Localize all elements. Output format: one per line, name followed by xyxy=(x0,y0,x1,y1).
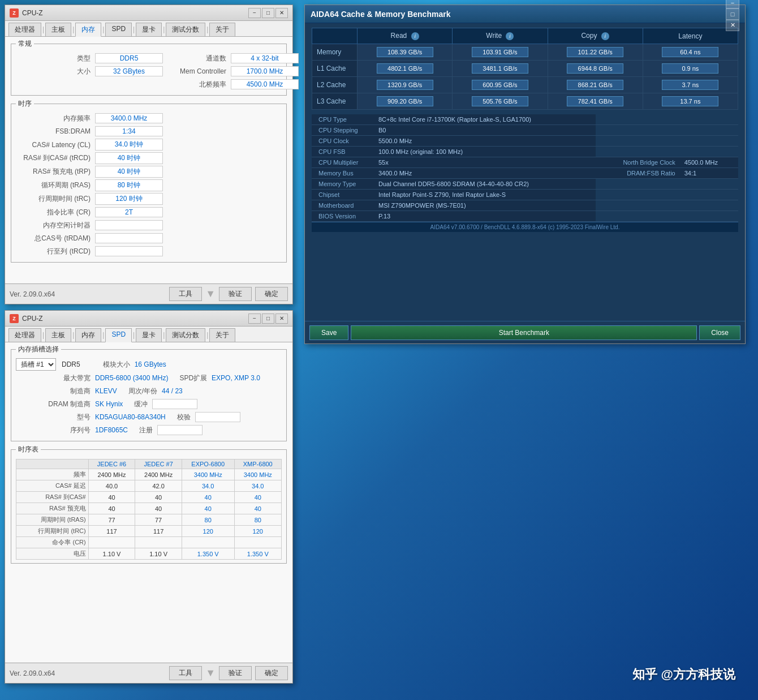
aida-bench-cell-copy: 6944.8 GB/s xyxy=(548,61,643,77)
channels-value: 4 x 32-bit xyxy=(231,53,299,63)
timing-cell: 40 xyxy=(182,503,234,514)
tab-processor[interactable]: 处理器 xyxy=(8,23,41,36)
cpuz2-tab-gpu[interactable]: 显卡 xyxy=(136,328,162,342)
aida-info-extra-label: DRAM:FSB Ratio xyxy=(596,168,680,179)
aida-info-table: CPU Type8C+8c Intel Core i7-13700K (Rapt… xyxy=(312,114,738,222)
cpuz-window-2: Z CPU-Z − □ ✕ 处理器 | 主板 | 内存 | SPD | 显卡 |… xyxy=(5,310,293,684)
cpuz1-maximize-button[interactable]: □ xyxy=(262,8,274,18)
mem-freq-label: 内存频率 xyxy=(16,114,95,123)
rc-value: 120 时钟 xyxy=(95,193,163,205)
aida-info-row: Memory Bus3400.0 MHzDRAM:FSB Ratio34:1 xyxy=(312,168,738,179)
cpuz2-tab-spd[interactable]: SPD xyxy=(105,328,132,342)
group-timing-table: 时序表 JEDEC #6 JEDEC #7 EXPO-6800 XMP-6800… xyxy=(11,449,287,564)
row-slot-select: 插槽 #1 DDR5 模块大小 16 GBytes xyxy=(16,358,282,371)
row-col-label: 行至列 (tRCD) xyxy=(16,247,95,256)
timing-cell: 80 xyxy=(182,514,234,526)
cpuz2-title-bar[interactable]: Z CPU-Z − □ ✕ xyxy=(5,311,292,327)
timing-cell: 42.0 xyxy=(135,480,182,492)
timing-cell: 2400 MHz xyxy=(88,469,135,480)
cpuz2-minimize-button[interactable]: − xyxy=(248,314,261,324)
aida-maximize-button[interactable]: □ xyxy=(726,8,739,20)
read-info-icon[interactable]: i xyxy=(411,32,419,40)
mem-type-value: DDR5 xyxy=(62,360,80,368)
total-cas-value xyxy=(95,233,163,243)
aida-info-value: MSI Z790MPOWER (MS-7E01) xyxy=(374,200,596,211)
cpuz2-tab-about[interactable]: 关于 xyxy=(209,328,235,342)
aida-save-button[interactable]: Save xyxy=(309,325,348,340)
serial-label: 序列号 xyxy=(16,426,95,435)
row-idle: 内存空闲计时器 xyxy=(16,220,282,231)
aida-start-button[interactable]: Start Benchmark xyxy=(351,325,697,340)
aida-bench-row: L2 Cache1320.9 GB/s600.95 GB/s868.21 GB/… xyxy=(312,77,738,93)
row-row-col: 行至列 (tRCD) xyxy=(16,246,282,257)
cpuz2-tab-bench[interactable]: 测试分数 xyxy=(166,328,205,342)
timing-cell: 120 xyxy=(234,526,281,537)
cpuz1-version: Ver. 2.09.0.x64 xyxy=(10,290,55,298)
ras-value: 80 时钟 xyxy=(95,179,163,191)
cpuz2-ok-button[interactable]: 确定 xyxy=(255,666,288,680)
aida-info-value: 5500.0 MHz xyxy=(374,136,596,147)
aida-info-label: Memory Bus xyxy=(312,168,374,179)
cpuz1-tools-button[interactable]: 工具 xyxy=(169,287,202,301)
row-max-bw: 最大带宽 DDR5-6800 (3400 MHz) SPD扩展 EXPO, XM… xyxy=(16,372,282,384)
group-timing-table-content: JEDEC #6 JEDEC #7 EXPO-6800 XMP-6800 频率2… xyxy=(11,450,286,563)
aida-bench-row-label: Memory xyxy=(312,44,358,61)
fsb-value: 1:34 xyxy=(95,126,163,136)
cpuz1-close-button[interactable]: ✕ xyxy=(275,8,288,18)
aida-info-label: Motherboard xyxy=(312,200,374,211)
cpuz2-verify-button[interactable]: 验证 xyxy=(219,666,252,680)
timing-cell: 40 xyxy=(234,503,281,514)
cpuz2-tab-motherboard[interactable]: 主板 xyxy=(45,328,71,342)
row-mem-freq: 内存频率 3400.0 MHz xyxy=(16,113,282,124)
aida-title-bar[interactable]: AIDA64 Cache & Memory Benchmark − □ ✕ xyxy=(305,5,745,23)
module-size-value: 16 GBytes xyxy=(135,360,166,368)
timing-table-row: 频率2400 MHz2400 MHz3400 MHz3400 MHz xyxy=(16,469,282,480)
tools-dropdown-arrow[interactable]: ▼ xyxy=(205,288,216,300)
tab-spd[interactable]: SPD xyxy=(105,23,132,36)
timing-cell xyxy=(88,537,135,548)
timing-cell: 40 xyxy=(88,503,135,514)
cpuz2-bottom-bar: Ver. 2.09.0.x64 工具 ▼ 验证 确定 xyxy=(5,663,292,683)
aida-bench-row: Memory108.39 GB/s103.91 GB/s101.22 GB/s6… xyxy=(312,44,738,61)
aida-bench-cell-read: 4802.1 GB/s xyxy=(358,61,453,77)
cpuz1-verify-button[interactable]: 验证 xyxy=(219,287,252,301)
copy-info-icon[interactable]: i xyxy=(601,32,609,40)
tab-memory[interactable]: 内存 xyxy=(75,23,101,37)
cas-value: 34.0 时钟 xyxy=(95,139,163,151)
aida-info-label: CPU FSB xyxy=(312,147,374,157)
tab-about[interactable]: 关于 xyxy=(209,23,235,36)
cpuz2-maximize-button[interactable]: □ xyxy=(262,314,274,324)
cpuz2-close-button[interactable]: ✕ xyxy=(275,314,288,324)
cpuz2-tab-memory[interactable]: 内存 xyxy=(75,328,101,342)
aida-col-copy: Copy i xyxy=(548,28,643,44)
aida-close-btn[interactable]: Close xyxy=(699,325,740,340)
cpuz2-tools-button[interactable]: 工具 xyxy=(169,666,202,680)
max-bw-label: 最大带宽 xyxy=(16,373,95,383)
cpuz1-title-bar[interactable]: Z CPU-Z − □ ✕ xyxy=(5,5,292,21)
aida-bench-row-label: L2 Cache xyxy=(312,77,358,93)
tab-bench[interactable]: 测试分数 xyxy=(166,23,205,36)
aida-info-label: Chipset xyxy=(312,190,374,200)
cpuz2-tab-processor[interactable]: 处理器 xyxy=(8,328,41,342)
timing-row-label: 命令率 (CR) xyxy=(16,537,89,548)
aida-bench-cell-copy: 782.41 GB/s xyxy=(548,93,643,110)
cpuz1-ok-button[interactable]: 确定 xyxy=(255,287,288,301)
aida-info-value: 100.0 MHz (original: 100 MHz) xyxy=(374,147,596,157)
aida-minimize-button[interactable]: − xyxy=(726,0,739,8)
aida-info-row: BIOS VersionP.13 xyxy=(312,211,738,222)
cpuz1-minimize-button[interactable]: − xyxy=(248,8,261,18)
timing-col-jedec7: JEDEC #7 xyxy=(135,459,182,469)
tab-motherboard[interactable]: 主板 xyxy=(45,23,71,36)
aida-bench-cell-copy: 868.21 GB/s xyxy=(548,77,643,93)
total-cas-label: 总CAS号 (tRDAM) xyxy=(16,234,95,243)
rcd-value: 40 时钟 xyxy=(95,152,163,164)
aida-close-button[interactable]: ✕ xyxy=(726,20,739,31)
write-info-icon[interactable]: i xyxy=(506,32,514,40)
type-label: 类型 xyxy=(16,54,95,63)
slot-select[interactable]: 插槽 #1 xyxy=(16,358,56,371)
timing-cell: 1.350 V xyxy=(234,548,281,560)
cpuz2-tools-dropdown-arrow[interactable]: ▼ xyxy=(205,667,216,679)
timing-cell: 40 xyxy=(234,492,281,503)
tab-gpu[interactable]: 显卡 xyxy=(136,23,162,36)
row-total-cas: 总CAS号 (tRDAM) xyxy=(16,233,282,244)
